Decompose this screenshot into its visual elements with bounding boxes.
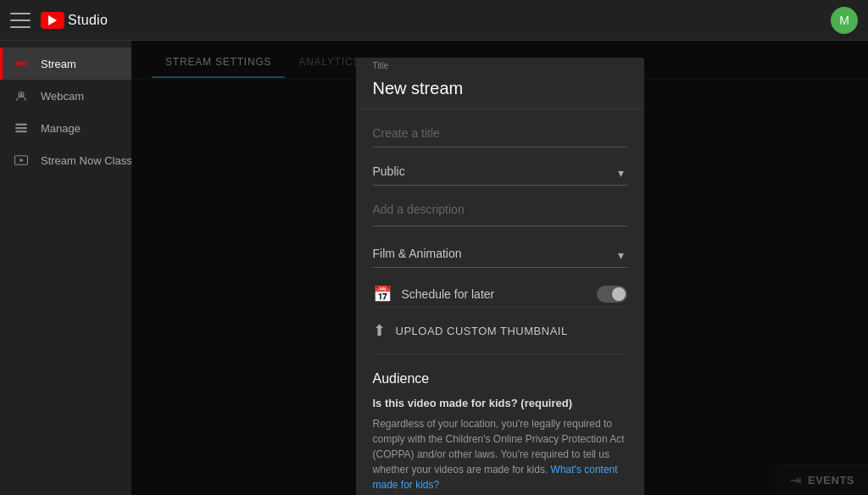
audience-heading: Audience bbox=[373, 371, 627, 387]
youtube-logo bbox=[41, 12, 64, 29]
modal-body: Public Unlisted Private ▾ Film & Animat bbox=[356, 109, 644, 495]
title-input[interactable] bbox=[373, 123, 627, 147]
hamburger-menu[interactable] bbox=[10, 10, 31, 31]
svg-rect-3 bbox=[15, 124, 27, 125]
upload-thumbnail-row[interactable]: ⬆ UPLOAD CUSTOM THUMBNAIL bbox=[373, 321, 627, 354]
main-wrap: Stream Webcam Manage bbox=[0, 41, 868, 495]
audience-section: Audience Is this video made for kids? (r… bbox=[373, 371, 627, 495]
manage-icon bbox=[14, 120, 29, 136]
studio-title: Studio bbox=[68, 13, 108, 28]
modal-title-label: Title bbox=[373, 61, 627, 70]
stream-classic-icon bbox=[14, 153, 29, 168]
svg-point-2 bbox=[20, 93, 23, 96]
audience-question: Is this video made for kids? (required) bbox=[373, 397, 627, 409]
calendar-icon: 📅 bbox=[373, 285, 392, 303]
category-select-wrap[interactable]: Film & Animation Autos & Vehicles Music … bbox=[373, 243, 627, 268]
user-avatar[interactable]: M bbox=[831, 7, 858, 34]
sidebar-stream-label: Stream bbox=[41, 58, 76, 70]
upload-label: UPLOAD CUSTOM THUMBNAIL bbox=[396, 325, 568, 337]
sidebar-item-stream[interactable]: Stream bbox=[0, 47, 131, 80]
webcam-icon bbox=[14, 88, 29, 103]
svg-rect-4 bbox=[15, 127, 27, 129]
audience-description: Regardless of your location, you're lega… bbox=[373, 416, 627, 492]
svg-rect-5 bbox=[15, 131, 27, 132]
new-stream-modal: Title New stream Public Unlisted Priv bbox=[356, 58, 644, 495]
schedule-label: Schedule for later bbox=[402, 287, 587, 301]
visibility-select-wrap[interactable]: Public Unlisted Private ▾ bbox=[373, 161, 627, 186]
sidebar-item-webcam[interactable]: Webcam bbox=[0, 80, 131, 112]
top-nav: Studio M bbox=[0, 0, 868, 41]
svg-point-0 bbox=[19, 62, 24, 66]
upload-icon: ⬆ bbox=[373, 321, 386, 340]
stream-icon bbox=[14, 56, 29, 71]
sidebar: Stream Webcam Manage bbox=[0, 41, 131, 495]
modal-heading: New stream bbox=[373, 72, 627, 108]
svg-marker-7 bbox=[20, 159, 25, 163]
sidebar-manage-label: Manage bbox=[41, 122, 81, 135]
title-field bbox=[373, 123, 627, 147]
description-input[interactable] bbox=[373, 199, 627, 226]
category-select[interactable]: Film & Animation Autos & Vehicles Music … bbox=[373, 243, 627, 267]
visibility-select[interactable]: Public Unlisted Private bbox=[373, 161, 627, 185]
modal-overlay: Title New stream Public Unlisted Priv bbox=[131, 41, 868, 495]
toggle-knob bbox=[612, 287, 626, 301]
content-area: STREAM SETTINGS ANALYTICS Title New stre… bbox=[131, 41, 868, 495]
description-field bbox=[373, 199, 627, 230]
modal-title-area: Title New stream bbox=[356, 58, 644, 109]
logo-wrap: Studio bbox=[41, 12, 108, 29]
sidebar-item-stream-now-classic[interactable]: Stream Now Classic bbox=[0, 144, 131, 176]
sidebar-item-manage[interactable]: Manage bbox=[0, 112, 131, 144]
schedule-row: 📅 Schedule for later bbox=[373, 281, 627, 308]
sidebar-webcam-label: Webcam bbox=[41, 90, 84, 103]
schedule-toggle[interactable] bbox=[597, 286, 627, 303]
sidebar-classic-label: Stream Now Classic bbox=[41, 154, 140, 167]
